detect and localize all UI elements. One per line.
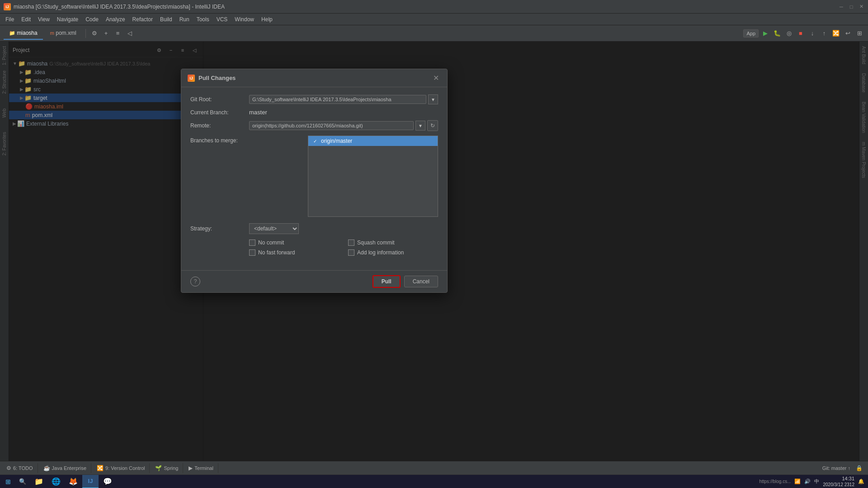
remote-control: ▼ ↻ <box>249 120 438 131</box>
toolbar-app-btn[interactable]: App <box>743 29 759 38</box>
lock-icon: 🔒 <box>856 465 863 471</box>
add-log-option: Add log information <box>348 249 438 256</box>
branch-checkbox[interactable]: ✓ <box>312 138 318 144</box>
taskbar-chrome[interactable]: 🌐 <box>48 475 64 488</box>
menu-edit[interactable]: Edit <box>18 15 34 24</box>
menu-build[interactable]: Build <box>156 15 176 24</box>
bottom-tab-spring[interactable]: 🌱 Spring <box>151 463 183 473</box>
maximize-btn[interactable]: □ <box>848 4 854 10</box>
remote-input[interactable] <box>249 121 414 130</box>
strategy-label: Strategy: <box>190 225 249 232</box>
bottom-tab-todo[interactable]: ⚙ 6: TODO <box>2 463 38 473</box>
remote-row: Remote: ▼ ↻ <box>190 120 438 131</box>
current-branch-row: Current Branch: master <box>190 109 438 116</box>
no-fast-forward-checkbox[interactable] <box>249 249 255 256</box>
version-control-label: 9: Version Control <box>105 465 145 471</box>
menu-vcs[interactable]: VCS <box>213 15 231 24</box>
dialog-title: Pull Changes <box>198 75 431 81</box>
taskbar-icons: 📁 🌐 🦊 IJ 💬 <box>31 475 116 488</box>
taskbar-intellij[interactable]: IJ <box>82 475 99 488</box>
menu-navigate[interactable]: Navigate <box>53 15 82 24</box>
toolbar-layout-btn[interactable]: ⊞ <box>854 28 864 38</box>
taskbar: ⊞ 🔍 📁 🌐 🦊 IJ 💬 https://blog.cs... 📶 🔊 中 … <box>0 474 868 488</box>
toolbar-project-tab[interactable]: 📁 miaosha <box>4 27 43 40</box>
cancel-button[interactable]: Cancel <box>404 276 438 287</box>
menu-run[interactable]: Run <box>176 15 193 24</box>
terminal-label: Terminal <box>194 465 213 471</box>
git-status-text: Git: master ↑ <box>822 465 850 471</box>
toolbar-nav-left-btn[interactable]: ◁ <box>125 28 135 38</box>
branches-list[interactable]: ✓ origin/master <box>308 136 438 217</box>
toolbar-history-btn[interactable]: ↩ <box>843 28 853 38</box>
add-log-label: Add log information <box>357 249 404 256</box>
dialog-overlay: IJ Pull Changes ✕ Git Root: ▼ Current Br… <box>0 42 868 461</box>
toolbar-structure-btn[interactable]: ≡ <box>113 28 123 38</box>
remote-refresh-btn[interactable]: ↻ <box>427 120 438 131</box>
taskbar-search-btn[interactable]: 🔍 <box>16 475 29 488</box>
add-log-checkbox[interactable] <box>348 249 354 256</box>
toolbar-run-btn[interactable]: ▶ <box>760 28 770 38</box>
window-title: miaosha [G:\Study_software\IntelliJ IDEA… <box>14 4 838 10</box>
taskbar-notification-btn[interactable]: 🔔 <box>858 479 864 484</box>
java-enterprise-icon: ☕ <box>43 465 50 471</box>
taskbar-wechat[interactable]: 💬 <box>99 475 116 488</box>
spring-icon: 🌱 <box>155 465 162 471</box>
bottom-right-status: Git: master ↑ 🔒 <box>822 465 866 471</box>
taskbar-start-btn[interactable]: ⊞ <box>0 475 16 488</box>
branch-name: origin/master <box>321 138 352 144</box>
toolbar-vcs3-btn[interactable]: 🔀 <box>831 28 841 38</box>
window-controls: ─ □ ✕ <box>838 4 864 10</box>
pull-button[interactable]: Pull <box>373 275 401 288</box>
strategy-select[interactable]: <default> <box>249 223 299 234</box>
minimize-btn[interactable]: ─ <box>838 4 844 10</box>
git-root-label: Git Root: <box>190 96 249 103</box>
git-root-input[interactable] <box>249 95 426 104</box>
no-commit-label: No commit <box>258 239 284 246</box>
toolbar-coverage-btn[interactable]: ◎ <box>784 28 794 38</box>
strategy-control: <default> <box>249 223 299 234</box>
dialog-footer: ? Pull Cancel <box>181 270 447 292</box>
menu-code[interactable]: Code <box>82 15 102 24</box>
branch-item-origin-master[interactable]: ✓ origin/master <box>308 136 438 146</box>
bottom-bar: ⚙ 6: TODO ☕ Java Enterprise 🔀 9: Version… <box>0 461 868 474</box>
menu-refactor[interactable]: Refactor <box>129 15 156 24</box>
help-button[interactable]: ? <box>190 277 200 286</box>
menu-analyze[interactable]: Analyze <box>102 15 129 24</box>
git-root-row: Git Root: ▼ <box>190 94 438 104</box>
java-enterprise-label: Java Enterprise <box>52 465 86 471</box>
remote-dropdown-btn[interactable]: ▼ <box>415 121 425 131</box>
squash-commit-checkbox[interactable] <box>348 239 354 246</box>
menu-tools[interactable]: Tools <box>193 15 213 24</box>
taskbar-clock: 14:31 2020/3/12 2312 <box>823 475 854 488</box>
bottom-tab-version-control[interactable]: 🔀 9: Version Control <box>92 463 150 473</box>
close-btn[interactable]: ✕ <box>858 4 864 10</box>
pull-changes-dialog: IJ Pull Changes ✕ Git Root: ▼ Current Br… <box>181 69 448 293</box>
menu-bar: File Edit View Navigate Code Analyze Ref… <box>0 14 868 25</box>
toolbar-stop-btn[interactable]: ■ <box>796 28 806 38</box>
menu-window[interactable]: Window <box>231 15 258 24</box>
toolbar-vcs2-btn[interactable]: ↑ <box>819 28 829 38</box>
taskbar-volume-icon: 🔊 <box>804 479 811 484</box>
toolbar-file-tab[interactable]: m pom.xml <box>45 27 82 40</box>
toolbar-settings-btn[interactable]: ⚙ <box>90 28 99 38</box>
menu-file[interactable]: File <box>2 15 18 24</box>
dialog-close-btn[interactable]: ✕ <box>431 74 441 82</box>
taskbar-time-text: 14:31 <box>823 475 854 482</box>
branches-label: Branches to merge: <box>190 136 249 144</box>
spring-label: Spring <box>164 465 178 471</box>
dialog-body: Git Root: ▼ Current Branch: master Remot… <box>181 87 447 270</box>
toolbar-add-btn[interactable]: + <box>101 28 111 38</box>
bottom-tab-java-enterprise[interactable]: ☕ Java Enterprise <box>39 463 91 473</box>
remote-label: Remote: <box>190 122 249 129</box>
toolbar-vcs1-btn[interactable]: ↓ <box>807 28 817 38</box>
taskbar-file-explorer[interactable]: 📁 <box>31 475 47 488</box>
branches-list-container: ✓ origin/master <box>249 136 438 221</box>
bottom-tab-terminal[interactable]: ▶ Terminal <box>184 463 218 473</box>
taskbar-firefox[interactable]: 🦊 <box>65 475 81 488</box>
current-branch-control: master <box>249 109 438 116</box>
toolbar-debug-btn[interactable]: 🐛 <box>772 28 782 38</box>
menu-view[interactable]: View <box>34 15 53 24</box>
no-commit-checkbox[interactable] <box>249 239 255 246</box>
git-root-dropdown-btn[interactable]: ▼ <box>428 94 438 104</box>
menu-help[interactable]: Help <box>258 15 276 24</box>
